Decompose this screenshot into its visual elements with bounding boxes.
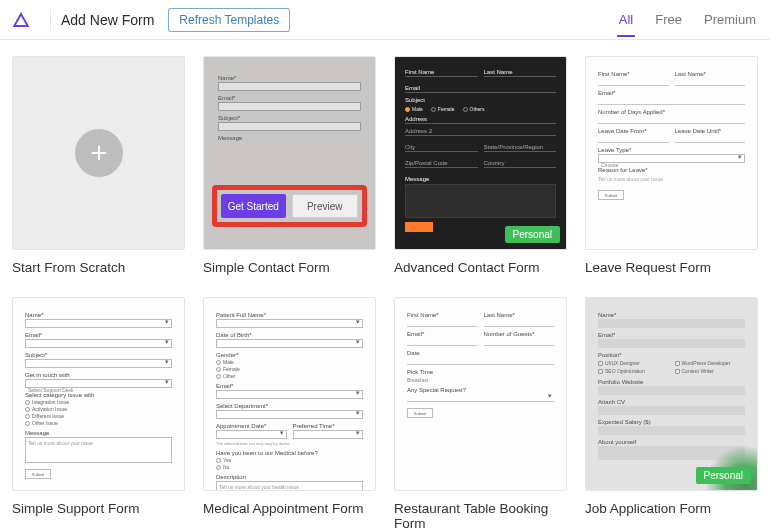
filter-tabs: All Free Premium <box>617 2 758 37</box>
template-title: Job Application Form <box>585 501 758 516</box>
template-title: Restaurant Table Booking Form <box>394 501 567 529</box>
template-title: Advanced Contact Form <box>394 260 567 275</box>
submit-button-icon: Submit <box>598 190 624 200</box>
template-thumb <box>12 56 185 250</box>
preview-button[interactable]: Preview <box>292 194 359 218</box>
get-started-button[interactable]: Get Started <box>221 194 286 218</box>
template-card-advanced-contact[interactable]: First Name Last Name Email Subject Male … <box>394 56 567 275</box>
template-thumb: Name* Email* Subject* Get in touch with … <box>12 297 185 491</box>
template-title: Simple Support Form <box>12 501 185 516</box>
page-title: Add New Form <box>61 12 154 28</box>
tab-premium[interactable]: Premium <box>702 2 758 37</box>
template-card-leave-request[interactable]: First Name* Last Name* Email* Number of … <box>585 56 758 275</box>
template-title: Leave Request Form <box>585 260 758 275</box>
template-title: Medical Appointment Form <box>203 501 376 516</box>
template-thumb: First Name* Last Name* Email* Number of … <box>585 56 758 250</box>
template-title: Simple Contact Form <box>203 260 376 275</box>
plus-icon <box>75 129 123 177</box>
hover-actions-highlight: Get Started Preview <box>212 185 367 227</box>
template-thumb: Name* Email* Position* UI/UX Designer Wo… <box>585 297 758 491</box>
template-card-simple-support[interactable]: Name* Email* Subject* Get in touch with … <box>12 297 185 529</box>
header: Add New Form Refresh Templates All Free … <box>0 0 770 40</box>
template-card-scratch[interactable]: Start From Scratch <box>12 56 185 275</box>
tab-all[interactable]: All <box>617 2 635 37</box>
template-card-medical-appointment[interactable]: Patient Full Name* Date of Birth* Gender… <box>203 297 376 529</box>
divider <box>50 9 51 31</box>
submit-button-icon: Submit <box>25 469 51 479</box>
tab-free[interactable]: Free <box>653 2 684 37</box>
submit-button-icon: Submit <box>407 408 433 418</box>
template-card-simple-contact[interactable]: Name* Email* Subject* Message Get Starte… <box>203 56 376 275</box>
template-card-job-application[interactable]: Name* Email* Position* UI/UX Designer Wo… <box>585 297 758 529</box>
refresh-templates-button[interactable]: Refresh Templates <box>168 8 290 32</box>
template-card-restaurant-booking[interactable]: First Name* Last Name* Email* Number of … <box>394 297 567 529</box>
template-thumb: Name* Email* Subject* Message Get Starte… <box>203 56 376 250</box>
template-thumb: Patient Full Name* Date of Birth* Gender… <box>203 297 376 491</box>
template-thumb: First Name* Last Name* Email* Number of … <box>394 297 567 491</box>
personal-badge: Personal <box>505 226 560 243</box>
template-thumb: First Name Last Name Email Subject Male … <box>394 56 567 250</box>
template-grid: Start From Scratch Name* Email* Subject*… <box>0 40 770 529</box>
template-title: Start From Scratch <box>12 260 185 275</box>
personal-badge: Personal <box>696 467 751 484</box>
app-logo-icon <box>12 11 30 29</box>
submit-button-icon <box>405 222 433 232</box>
